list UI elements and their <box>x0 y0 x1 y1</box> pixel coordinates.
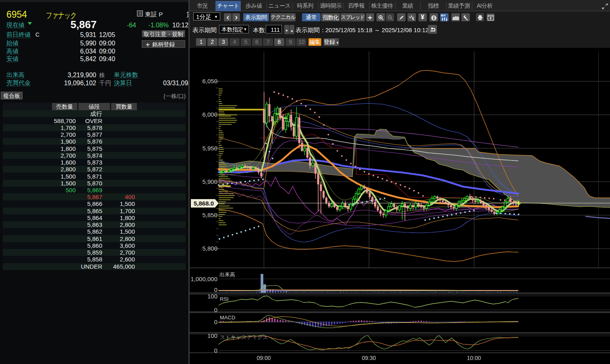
svg-text:RSI: RSI <box>220 296 229 302</box>
svg-text:6,000: 6,000 <box>202 111 217 118</box>
svg-text:0: 0 <box>214 319 217 325</box>
svg-text:09:30: 09:30 <box>362 355 376 361</box>
svg-text:0: 0 <box>214 347 217 354</box>
svg-text:5,868.0: 5,868.0 <box>194 200 214 207</box>
svg-text:MACD: MACD <box>220 315 235 321</box>
svg-text:100: 100 <box>207 293 217 300</box>
svg-text:0: 0 <box>214 286 217 293</box>
svg-text:1,000,000: 1,000,000 <box>190 276 217 282</box>
svg-text:5,900: 5,900 <box>202 178 217 185</box>
svg-text:5,950: 5,950 <box>202 145 217 152</box>
svg-text:10:00: 10:00 <box>467 355 481 361</box>
svg-text:09:00: 09:00 <box>256 355 271 361</box>
svg-text:5,800: 5,800 <box>202 245 217 252</box>
svg-text:5,850: 5,850 <box>202 212 217 218</box>
svg-text:100: 100 <box>207 332 217 339</box>
svg-text:ストキャスティクス: ストキャスティクス <box>220 334 268 340</box>
svg-text:出来高: 出来高 <box>219 271 235 278</box>
svg-text:0: 0 <box>214 306 217 313</box>
svg-text:6,050: 6,050 <box>202 78 217 84</box>
